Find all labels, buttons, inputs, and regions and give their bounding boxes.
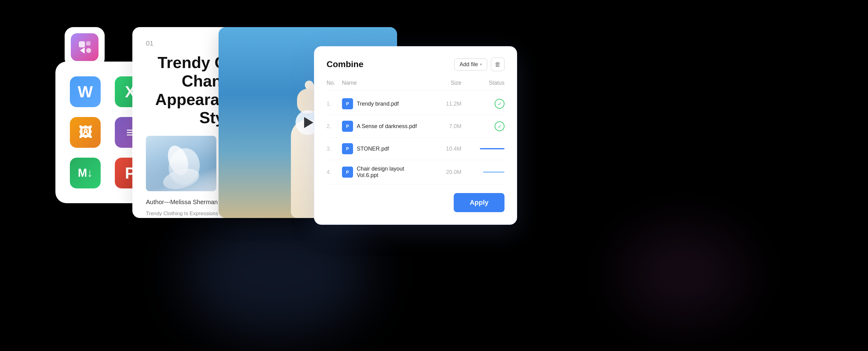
chevron-down-icon: ▾ [480,62,482,67]
row-4-name-cell: P Chair design layout Vol.6.ppt [342,166,418,179]
combine-panel: Combine Add file ▾ 🗑 No. Name Size Statu… [314,46,517,225]
apply-btn-container: Apply [327,193,504,212]
row-2-name-cell: P A Sense of darkness.pdf [342,121,418,132]
row-2-size: 7.0M [418,123,461,129]
row-3-pdf-icon: P [342,143,353,154]
col-name: Name [342,80,418,86]
word-label: W [78,83,93,101]
progress-bar [483,172,504,173]
col-no: No. [327,80,342,86]
row-3-name-cell: P STONER.pdf [342,143,418,154]
svg-rect-0 [79,41,85,48]
play-triangle-icon [304,117,313,128]
row-3-status [461,148,504,149]
app-icon-word[interactable]: W [70,76,101,107]
pdf-image-1 [146,136,216,191]
scene: W X 🖼 ≡ M↓ P 01 Trendy Brand.Pdf Trendy … [0,0,868,351]
row-1-num: 1. [327,101,342,107]
row-2-pdf-icon: P [342,121,353,132]
pdf-number: 01 [146,39,153,48]
row-1-name-cell: P Trendy brand.pdf [342,98,418,109]
logo-icon [71,33,98,61]
row-4-num: 4. [327,169,342,175]
apply-button[interactable]: Apply [454,193,504,212]
row-2-status: ✓ [461,121,504,131]
add-file-label: Add file [460,61,478,68]
svg-rect-1 [86,41,91,46]
app-icon-markdown[interactable]: M↓ [70,158,101,188]
markdown-label: M↓ [78,167,93,179]
app-icon-photo[interactable]: 🖼 [70,117,101,148]
check-icon: ✓ [495,99,504,109]
row-3-filename: STONER.pdf [357,146,389,152]
col-status: Status [461,80,504,86]
row-2-num: 2. [327,123,342,129]
row-4-status [461,172,504,173]
row-1-pdf-icon: P [342,98,353,109]
logo-card [65,27,105,67]
svg-point-4 [161,165,201,192]
combine-title: Combine [327,59,364,69]
photo-symbol: 🖼 [79,125,92,140]
logo-svg [76,39,93,55]
row-4-pdf-icon: P [342,167,353,178]
table-row: 1. P Trendy brand.pdf 11.2M ✓ [327,93,504,115]
row-4-size: 20.0M [418,169,461,175]
glow-blob-pink [622,228,745,320]
progress-bar [480,148,504,149]
row-3-num: 3. [327,146,342,152]
row-1-status: ✓ [461,99,504,109]
row-4-filename: Chair design layout Vol.6.ppt [357,166,418,179]
row-2-filename: A Sense of darkness.pdf [357,123,417,129]
check-icon: ✓ [495,121,504,131]
table-row: 3. P STONER.pdf 10.4M [327,138,504,160]
combine-actions: Add file ▾ 🗑 [454,58,504,71]
table-header: No. Name Size Status [327,80,504,90]
table-row: 2. P A Sense of darkness.pdf 7.0M ✓ [327,115,504,138]
fabric-svg [146,136,216,191]
combine-header: Combine Add file ▾ 🗑 [327,58,504,71]
row-1-filename: Trendy brand.pdf [357,101,399,107]
svg-marker-2 [80,48,85,54]
delete-button[interactable]: 🗑 [491,58,504,71]
col-size: Size [418,80,461,86]
row-1-size: 11.2M [418,101,461,107]
trash-icon: 🗑 [495,61,501,68]
svg-point-3 [86,48,91,53]
row-3-size: 10.4M [418,146,461,152]
table-row: 4. P Chair design layout Vol.6.ppt 20.0M [327,160,504,184]
svg-point-6 [164,143,192,178]
glow-blob-blue [185,212,369,335]
add-file-button[interactable]: Add file ▾ [454,59,487,70]
